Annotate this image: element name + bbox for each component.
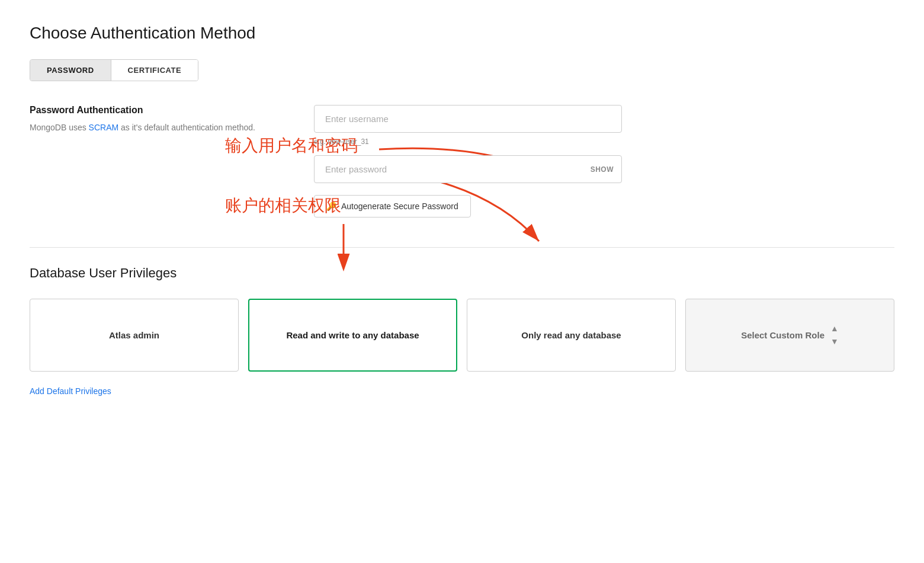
autogenerate-button[interactable]: 🔑 Autogenerate Secure Password <box>314 195 471 217</box>
password-input[interactable] <box>314 155 622 183</box>
privileges-title: Database User Privileges <box>30 265 894 281</box>
password-wrapper: SHOW <box>314 155 622 183</box>
username-group: e.g. new-user_31 <box>314 105 622 146</box>
auth-description-text: MongoDB uses SCRAM as it's default authe… <box>30 121 278 134</box>
privilege-card-atlas-admin[interactable]: Atlas admin <box>30 299 239 372</box>
privileges-wrapper: 账户的相关权限 Database User Privileges Atlas a… <box>30 265 894 396</box>
scram-link[interactable]: SCRAM <box>89 123 119 132</box>
show-password-button[interactable]: SHOW <box>591 165 614 174</box>
privileges-section: Database User Privileges Atlas admin Rea… <box>30 265 894 396</box>
auth-heading: Password Authentication <box>30 105 278 116</box>
tab-password[interactable]: PASSWORD <box>30 60 111 81</box>
arrow-to-privileges <box>320 224 367 271</box>
auth-section: Password Authentication MongoDB uses SCR… <box>30 105 894 217</box>
auth-inputs: e.g. new-user_31 SHOW 🔑 Autogenerate Sec… <box>314 105 622 217</box>
section-divider <box>30 247 894 248</box>
privilege-card-read-only[interactable]: Only read any database <box>467 299 676 372</box>
add-privileges-link[interactable]: Add Default Privileges <box>30 386 111 396</box>
custom-role-arrows: ▲ ▼ <box>830 323 839 347</box>
privilege-card-read-write[interactable]: Read and write to any database <box>248 299 457 372</box>
privileges-cards: Atlas admin Read and write to any databa… <box>30 299 894 372</box>
privilege-card-custom-role[interactable]: Select Custom Role ▲ ▼ <box>685 299 894 372</box>
password-group: SHOW <box>314 155 622 183</box>
tab-certificate[interactable]: CERTIFICATE <box>111 60 198 81</box>
auth-description: Password Authentication MongoDB uses SCR… <box>30 105 278 134</box>
username-input[interactable] <box>314 105 622 133</box>
key-icon: 🔑 <box>326 201 336 211</box>
page-title: Choose Authentication Method <box>30 24 894 43</box>
auth-method-tabs: PASSWORD CERTIFICATE <box>30 59 198 81</box>
username-hint: e.g. new-user_31 <box>314 137 622 146</box>
